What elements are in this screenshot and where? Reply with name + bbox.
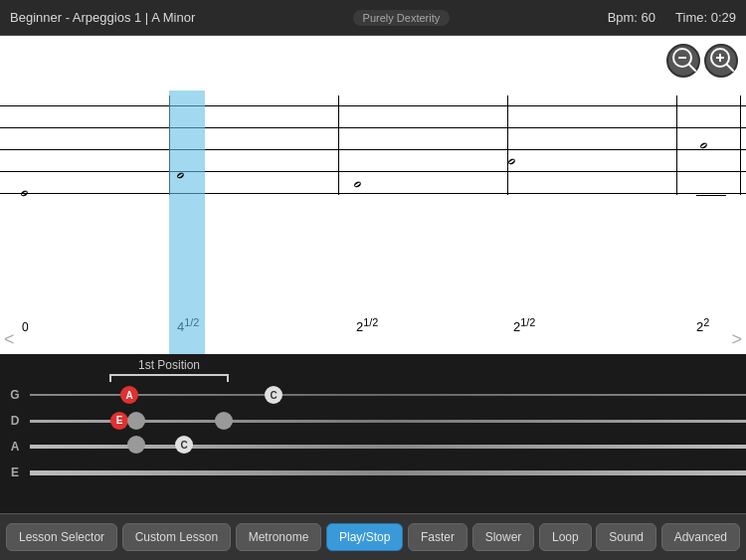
header: Beginner - Arpeggios 1 | A Minor Purely … (0, 0, 746, 36)
bpm-display: Bpm: 60 (608, 10, 655, 25)
lesson-selector-button[interactable]: Lesson Selector (6, 523, 117, 551)
playhead (169, 91, 205, 354)
barline-2 (338, 95, 339, 195)
note-dot-e-d: E (110, 412, 128, 430)
string-row-a: A C (0, 436, 746, 458)
header-title: Beginner - Arpeggios 1 | A Minor (10, 10, 195, 25)
measure-frac-4: 22 (696, 316, 709, 334)
staff-line-3 (0, 149, 746, 150)
string-line-e (30, 470, 746, 475)
string-label-e: E (0, 466, 30, 479)
custom-lesson-button[interactable]: Custom Lesson (122, 523, 231, 551)
svg-line-2 (689, 65, 695, 71)
barline-5 (740, 95, 741, 195)
scroll-left-button[interactable]: < (4, 329, 15, 350)
loop-button[interactable]: Loop (539, 523, 592, 551)
zoom-out-icon (669, 45, 697, 78)
slower-button[interactable]: Slower (472, 523, 535, 551)
strings-container: G A C D E A (0, 384, 746, 503)
zoom-in-button[interactable] (704, 44, 738, 78)
note-dot-c-g: C (265, 386, 282, 404)
staff-line-1 (0, 105, 746, 106)
string-line-g: A C (30, 394, 746, 396)
position-bracket (109, 374, 229, 376)
string-row-g: G A C (0, 384, 746, 406)
frac-3-exp: 1/2 (520, 316, 535, 328)
note-dot-a-g: A (120, 386, 138, 404)
faster-button[interactable]: Faster (408, 523, 467, 551)
frac-4-exp: 2 (703, 316, 709, 328)
zoom-controls (666, 44, 738, 78)
measure-num-0: 0 (22, 320, 29, 334)
scroll-right-button[interactable]: > (731, 329, 742, 350)
note-dot-gray-d1 (127, 412, 145, 430)
notation-area: 𝅗 𝅗 𝅗 𝅗 𝅗 0 41/2 21/2 21/2 22 < > (0, 36, 746, 354)
note-dot-c-a: C (175, 436, 193, 454)
fretboard-area: 1st Position G A C D E (0, 354, 746, 513)
measure-frac-3: 21/2 (513, 316, 535, 334)
zoom-in-icon (707, 45, 735, 78)
advanced-button[interactable]: Advanced (661, 523, 740, 551)
toolbar: Lesson Selector Custom Lesson Metronome … (0, 513, 746, 560)
svg-line-6 (727, 65, 733, 71)
header-center-label: Purely Dexterity (353, 10, 451, 26)
ledger-line (696, 195, 726, 196)
string-label-d: D (0, 414, 30, 428)
string-row-d: D E (0, 410, 746, 432)
sound-button[interactable]: Sound (596, 523, 656, 551)
barline-4 (676, 95, 677, 195)
play-stop-button[interactable]: Play/Stop (326, 523, 403, 551)
position-text: 1st Position (138, 358, 200, 372)
staff-line-4 (0, 171, 746, 172)
header-stats: Bpm: 60 Time: 0:29 (608, 10, 736, 25)
zoom-out-button[interactable] (666, 44, 700, 78)
string-line-a: C (30, 445, 746, 449)
frac-2-exp: 1/2 (363, 316, 378, 328)
barline-3 (507, 95, 508, 195)
metronome-button[interactable]: Metronome (236, 523, 322, 551)
string-label-a: A (0, 440, 30, 454)
staff-line-5 (0, 193, 746, 194)
string-row-e: E (0, 462, 746, 483)
string-line-d: E (30, 420, 746, 423)
time-display: Time: 0:29 (675, 10, 736, 25)
string-label-g: G (0, 388, 30, 402)
staff (0, 105, 746, 304)
measure-frac-2: 21/2 (356, 316, 378, 334)
note-dot-gray-d2 (215, 412, 233, 430)
note-dot-gray-a (127, 436, 145, 454)
staff-line-2 (0, 127, 746, 128)
position-label: 1st Position (109, 358, 229, 376)
